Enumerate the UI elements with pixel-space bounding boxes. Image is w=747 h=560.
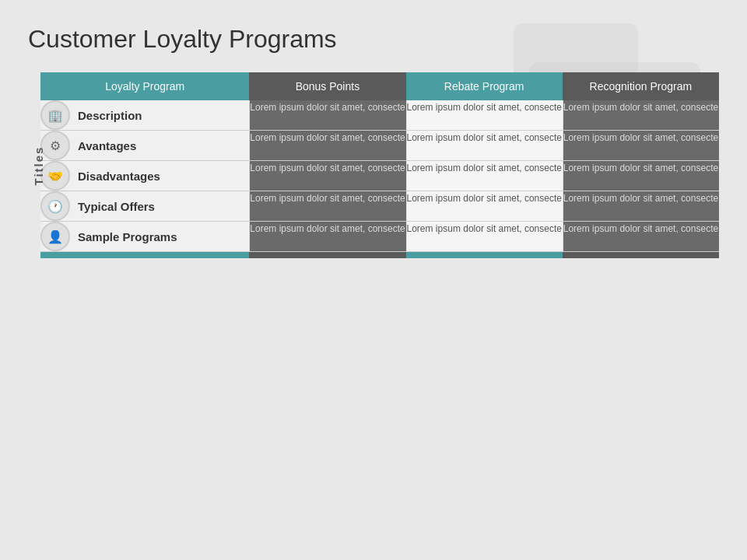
- row-label-cell-sample-programs: 👤Sample Programs: [40, 222, 249, 252]
- row-label-text-disadvantages: Disadvantages: [78, 170, 160, 183]
- clock-icon: 🕐: [40, 191, 70, 221]
- building-icon: 🏢: [40, 100, 70, 130]
- cell-sample-programs-recognition: Lorem ipsum dolor sit amet, consecte: [563, 222, 719, 252]
- footer-cell-0: [40, 252, 249, 258]
- cell-typical-offers-recognition: Lorem ipsum dolor sit amet, consecte: [563, 191, 719, 222]
- col-loyalty-header: Loyalty Program: [40, 72, 249, 100]
- cell-disadvantages-recognition: Lorem ipsum dolor sit amet, consecte: [563, 161, 719, 191]
- row-label-text-typical-offers: Typical Offers: [78, 200, 155, 213]
- table-row-sample-programs: 👤Sample ProgramsLorem ipsum dolor sit am…: [40, 222, 719, 252]
- page-title: Customer Loyalty Programs: [28, 25, 719, 54]
- row-label-text-description: Description: [78, 109, 142, 122]
- cell-avantages-bonus: Lorem ipsum dolor sit amet, consecte: [249, 131, 405, 161]
- cell-avantages-rebate: Lorem ipsum dolor sit amet, consecte: [406, 131, 563, 161]
- row-label-cell-typical-offers: 🕐Typical Offers: [40, 191, 249, 222]
- footer-cell-3: [563, 252, 719, 258]
- cell-disadvantages-rebate: Lorem ipsum dolor sit amet, consecte: [406, 161, 563, 191]
- comparison-table: Loyalty Program Bonus Points Rebate Prog…: [40, 72, 719, 258]
- table-row-description: 🏢DescriptionLorem ipsum dolor sit amet, …: [40, 100, 719, 131]
- footer-cell-2: [406, 252, 563, 258]
- cell-description-bonus: Lorem ipsum dolor sit amet, consecte: [249, 100, 405, 131]
- row-label-cell-disadvantages: 🤝Disadvantages: [40, 161, 249, 191]
- row-label-cell-description: 🏢Description: [40, 100, 249, 131]
- cell-avantages-recognition: Lorem ipsum dolor sit amet, consecte: [563, 131, 719, 161]
- table-section: Titles Loyalty Program Bonus Points Reba…: [40, 72, 719, 258]
- row-label-cell-avantages: ⚙Avantages: [40, 131, 249, 161]
- col-rebate-header: Rebate Program: [406, 72, 563, 100]
- cell-description-recognition: Lorem ipsum dolor sit amet, consecte: [563, 100, 719, 131]
- table-row-typical-offers: 🕐Typical OffersLorem ipsum dolor sit ame…: [40, 191, 719, 222]
- side-label: Titles: [32, 145, 45, 185]
- col-recognition-header: Recognition Program: [563, 72, 719, 100]
- footer-bar-row: [40, 252, 719, 258]
- person-icon: 👤: [40, 222, 70, 251]
- row-label-text-avantages: Avantages: [78, 139, 136, 152]
- col-bonus-header: Bonus Points: [249, 72, 405, 100]
- cell-sample-programs-rebate: Lorem ipsum dolor sit amet, consecte: [406, 222, 563, 252]
- cell-disadvantages-bonus: Lorem ipsum dolor sit amet, consecte: [249, 161, 405, 191]
- cell-sample-programs-bonus: Lorem ipsum dolor sit amet, consecte: [249, 222, 405, 252]
- table-row-avantages: ⚙AvantagesLorem ipsum dolor sit amet, co…: [40, 131, 719, 161]
- header-row: Loyalty Program Bonus Points Rebate Prog…: [40, 72, 719, 100]
- cell-typical-offers-bonus: Lorem ipsum dolor sit amet, consecte: [249, 191, 405, 222]
- cell-description-rebate: Lorem ipsum dolor sit amet, consecte: [406, 100, 563, 131]
- row-label-text-sample-programs: Sample Programs: [78, 230, 177, 243]
- table-row-disadvantages: 🤝DisadvantagesLorem ipsum dolor sit amet…: [40, 161, 719, 191]
- cell-typical-offers-rebate: Lorem ipsum dolor sit amet, consecte: [406, 191, 563, 222]
- footer-cell-1: [249, 252, 405, 258]
